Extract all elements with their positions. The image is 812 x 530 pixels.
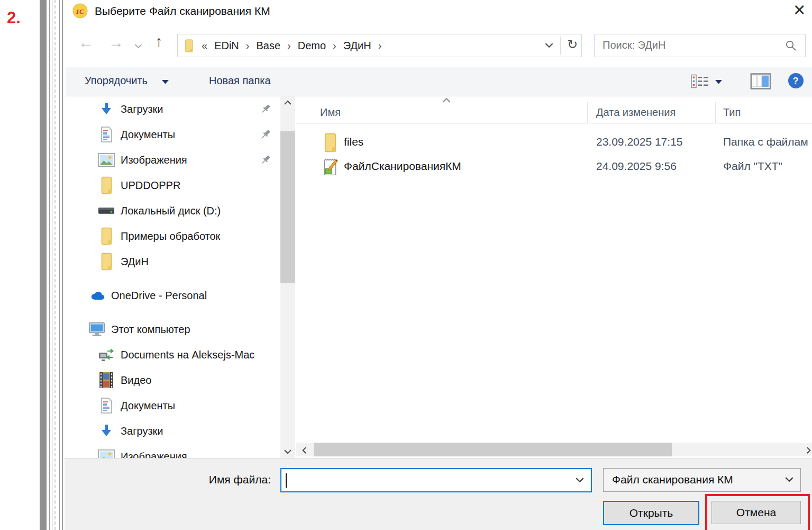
address-dropdown-chevron-icon[interactable]	[545, 43, 553, 48]
column-separator[interactable]	[587, 102, 588, 123]
view-caret-icon[interactable]	[715, 79, 722, 84]
address-bar[interactable]: «EDiN›Base›Demo›ЭДиН› ↻	[177, 34, 582, 57]
scroll-up-icon[interactable]	[284, 100, 291, 105]
filename-input[interactable]	[280, 468, 592, 492]
onedrive-icon	[88, 286, 105, 304]
file-date: 24.09.2025 9:56	[596, 160, 677, 173]
breadcrumb-segment[interactable]: Base	[256, 40, 280, 52]
sidebar-item-label: Этот компьютер	[111, 324, 190, 336]
file-row[interactable]: ФайлСканированияКМ24.09.2025 9:56Файл "T…	[296, 155, 812, 179]
cancel-button[interactable]: Отмена	[711, 501, 801, 524]
breadcrumb-segment[interactable]: ЭДиН	[343, 40, 371, 52]
file-type: Папка с файлам	[723, 136, 808, 148]
organize-caret-icon	[162, 79, 169, 84]
up-icon[interactable]: ↑	[155, 34, 163, 49]
sidebar-scrollbar[interactable]	[280, 96, 295, 458]
file-row[interactable]: files23.09.2025 17:15Папка с файлам	[296, 130, 812, 155]
back-icon[interactable]: ←	[78, 35, 94, 50]
txt-icon	[321, 157, 339, 177]
document-icon	[98, 125, 115, 143]
sidebar-item-label: Документы	[121, 129, 175, 141]
sidebar-item[interactable]: OneDrive - Personal	[65, 283, 280, 308]
sidebar-item-label: Локальный диск (D:)	[121, 205, 221, 217]
header-divider	[296, 123, 812, 124]
help-icon[interactable]: ?	[788, 73, 804, 89]
sidebar-item[interactable]: Этот компьютер	[65, 317, 280, 342]
sidebar-item[interactable]: Примеры обработок	[65, 223, 280, 249]
breadcrumb-folder-icon	[183, 39, 195, 52]
sidebar-item[interactable]: Загрузки	[65, 418, 280, 444]
scroll-left-icon[interactable]	[302, 447, 307, 454]
filelist-scrollbar-thumb[interactable]	[314, 443, 672, 456]
sidebar-item[interactable]: Загрузки	[65, 96, 280, 122]
background-scrollbar	[40, 0, 47, 530]
filetype-select[interactable]: Файл сканирования КМ	[603, 468, 801, 492]
downloads-icon	[98, 100, 115, 118]
folder-icon	[98, 227, 115, 245]
forward-icon[interactable]: →	[108, 35, 124, 50]
sidebar-item-label: Загрузки	[121, 103, 163, 115]
sidebar-scrollbar-thumb[interactable]	[280, 131, 295, 283]
sidebar-item-label: Изображения	[121, 451, 187, 459]
column-separator[interactable]	[715, 102, 716, 123]
text-caret	[286, 473, 287, 488]
sidebar-item[interactable]: Documents на Aleksejs-Mac	[65, 342, 280, 367]
breadcrumb-chevron-icon[interactable]: ›	[378, 40, 382, 52]
scroll-right-icon[interactable]	[806, 447, 811, 454]
sidebar-item[interactable]: Документы	[65, 393, 280, 418]
navigation-pane: ЗагрузкиДокументыИзображенияUPDDOPPRЛока…	[65, 96, 280, 458]
address-divider	[560, 37, 561, 55]
sidebar-item-label: Видео	[121, 374, 151, 387]
breadcrumb-segment[interactable]: Demo	[298, 40, 326, 52]
search-icon[interactable]	[785, 40, 797, 51]
filetype-chevron-icon	[785, 477, 793, 482]
sidebar-item[interactable]: Локальный диск (D:)	[65, 198, 280, 223]
downloads-icon	[98, 422, 115, 440]
preview-pane-icon[interactable]	[750, 73, 771, 89]
computer-icon	[88, 320, 105, 338]
sidebar-item[interactable]: Изображения	[65, 147, 280, 173]
column-header-date[interactable]: Дата изменения	[596, 106, 676, 119]
command-toolbar: Упорядочить Новая папка ?	[66, 67, 812, 96]
scroll-down-icon[interactable]	[284, 450, 291, 454]
background-window-edge	[62, 0, 63, 530]
filetype-value: Файл сканирования КМ	[612, 473, 733, 486]
sidebar-item[interactable]: Изображения	[65, 444, 280, 458]
recent-locations-chevron-icon[interactable]	[134, 44, 142, 49]
file-name: files	[344, 136, 363, 148]
breadcrumb-chevron-icon[interactable]: ›	[333, 40, 336, 52]
sidebar-item-label: ЭДиН	[121, 256, 149, 268]
sidebar-item[interactable]: ЭДиН	[65, 249, 280, 274]
network-icon	[98, 346, 115, 364]
change-view-icon[interactable]	[690, 74, 709, 89]
search-input[interactable]: Поиск: ЭДиН	[594, 34, 806, 57]
organize-button[interactable]: Упорядочить	[85, 75, 148, 87]
column-header-type[interactable]: Тип	[723, 106, 741, 119]
screenshot-root: 2. 1С Выберите Файл сканирования КМ ✕ ← …	[0, 0, 812, 530]
refresh-icon[interactable]: ↻	[567, 37, 578, 52]
background-dashed-line	[54, 0, 56, 530]
breadcrumb-chevron-icon[interactable]: ›	[287, 40, 291, 52]
sidebar-item-label: OneDrive - Personal	[111, 290, 207, 302]
column-header-name[interactable]: Имя	[320, 106, 341, 119]
new-folder-button[interactable]: Новая папка	[209, 75, 271, 87]
pin-icon	[259, 128, 272, 141]
close-icon[interactable]: ✕	[793, 1, 806, 19]
breadcrumb-segment[interactable]: EDiN	[214, 40, 239, 52]
open-button[interactable]: Открыть	[603, 501, 699, 525]
sort-ascending-icon[interactable]	[442, 97, 451, 103]
sidebar-item-label: Загрузки	[121, 425, 163, 437]
sidebar-item[interactable]: UPDDOPPR	[65, 173, 280, 198]
pictures-icon	[98, 151, 115, 169]
sidebar-item[interactable]: Видео	[65, 367, 280, 393]
file-name: ФайлСканированияКМ	[344, 160, 461, 173]
file-type: Файл "TXT"	[723, 160, 782, 173]
annotation-step-number: 2.	[7, 8, 21, 28]
file-date: 23.09.2025 17:15	[596, 136, 683, 148]
sidebar-item[interactable]: Документы	[65, 122, 280, 147]
filelist-horizontal-scrollbar[interactable]	[296, 443, 812, 456]
breadcrumb-chevron-icon[interactable]: ›	[246, 40, 250, 52]
filename-dropdown-chevron-icon[interactable]	[576, 478, 584, 483]
sidebar-item-label: Documents на Aleksejs-Mac	[121, 349, 254, 361]
breadcrumb-overflow-icon[interactable]: «	[202, 40, 207, 52]
